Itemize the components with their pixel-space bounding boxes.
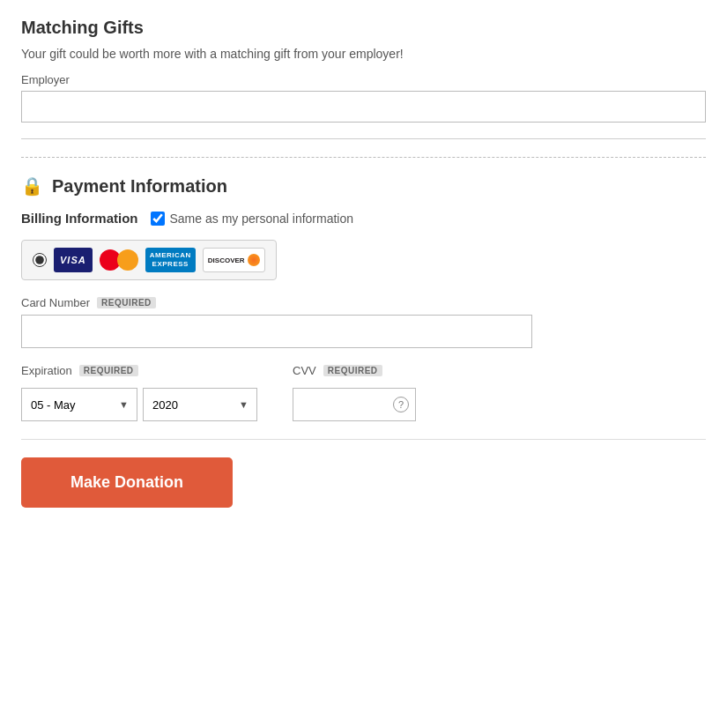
employer-input[interactable] [21, 91, 706, 123]
cvv-help-icon[interactable]: ? [393, 397, 409, 412]
card-number-label: Card Number [21, 296, 90, 309]
expiry-group: Expiration REQUIRED 01 - January 02 - Fe… [21, 364, 257, 421]
expiry-year-select[interactable]: 2019 2020 2021 2022 2023 2024 2025 2026 … [143, 388, 257, 421]
lock-icon: 🔒 [21, 175, 43, 197]
card-radio[interactable] [33, 253, 47, 267]
discover-logo: DISCOVER [203, 248, 265, 272]
same-as-personal-label[interactable]: Same as my personal information [151, 212, 354, 226]
expiry-required-badge: REQUIRED [79, 365, 138, 376]
card-number-label-row: Card Number REQUIRED [21, 296, 706, 309]
year-select-wrapper: 2019 2020 2021 2022 2023 2024 2025 2026 … [143, 388, 257, 421]
cvv-input-wrapper: ? [293, 388, 416, 421]
cvv-group: CVV REQUIRED ? [293, 364, 416, 421]
payment-section: 🔒 Payment Information Billing Informatio… [21, 175, 706, 508]
bottom-divider [21, 439, 706, 440]
same-as-personal-checkbox[interactable] [151, 212, 165, 226]
card-type-selector[interactable]: VISA AMERICANEXPRESS DISCOVER [21, 240, 277, 280]
discover-text: DISCOVER [208, 256, 245, 264]
amex-logo: AMERICANEXPRESS [145, 248, 196, 272]
expiry-month-select[interactable]: 01 - January 02 - February 03 - March 04… [21, 388, 137, 421]
billing-row: Billing Information Same as my personal … [21, 211, 706, 226]
discover-dot [248, 254, 260, 266]
employer-label: Employer [21, 73, 706, 86]
cvv-required-badge: REQUIRED [323, 365, 382, 376]
same-as-personal-text: Same as my personal information [170, 212, 354, 226]
cvv-label: CVV [293, 364, 316, 377]
expiry-selects: 01 - January 02 - February 03 - March 04… [21, 388, 257, 421]
make-donation-button[interactable]: Make Donation [21, 457, 233, 508]
card-number-required-badge: REQUIRED [97, 297, 156, 308]
mc-circle-right [117, 249, 138, 271]
payment-header: 🔒 Payment Information [21, 175, 706, 197]
payment-title: Payment Information [52, 176, 227, 197]
mastercard-logo [100, 248, 138, 272]
cvv-label-row: CVV REQUIRED [293, 364, 416, 377]
expiry-label: Expiration [21, 364, 72, 377]
matching-gifts-title: Matching Gifts [21, 18, 706, 38]
billing-label: Billing Information [21, 211, 138, 226]
matching-gifts-section: Matching Gifts Your gift could be worth … [21, 18, 706, 139]
expiry-label-row: Expiration REQUIRED [21, 364, 257, 377]
visa-logo: VISA [54, 248, 93, 272]
card-number-input[interactable] [21, 315, 532, 348]
section-divider [21, 157, 706, 158]
matching-gifts-description: Your gift could be worth more with a mat… [21, 47, 706, 61]
month-select-wrapper: 01 - January 02 - February 03 - March 04… [21, 388, 137, 421]
expiry-cvv-row: Expiration REQUIRED 01 - January 02 - Fe… [21, 364, 706, 421]
